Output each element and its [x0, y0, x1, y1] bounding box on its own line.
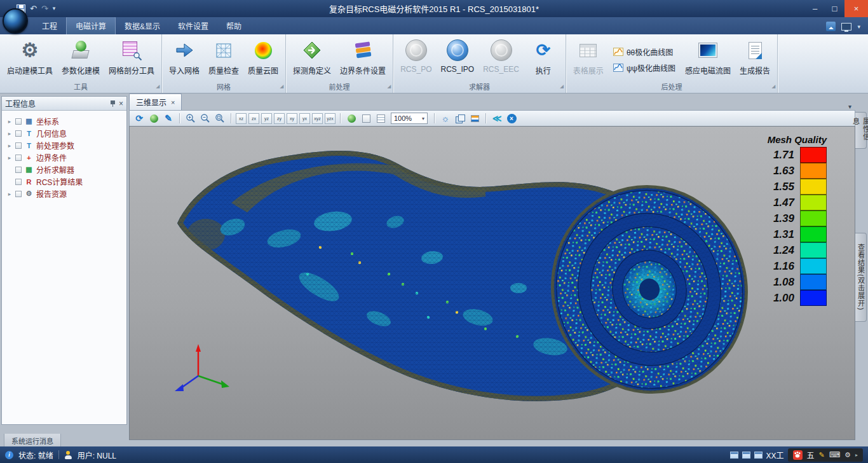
shaded-mode-icon[interactable]: [345, 112, 358, 125]
tab-data-display[interactable]: 数据&显示: [116, 17, 169, 34]
import-mesh-button[interactable]: 导入网格: [165, 36, 204, 83]
window-thumb-icon[interactable]: [730, 452, 738, 459]
table-display-button[interactable]: 表格展示: [569, 36, 608, 83]
tab-3d-display[interactable]: 三维显示 ×: [129, 93, 182, 110]
panel-close-icon[interactable]: ×: [119, 99, 123, 108]
rcs-ipo-button[interactable]: RCS_IPO: [436, 36, 478, 83]
tree-item-analysis-solver[interactable]: ▸ ▦ 分析求解器: [3, 163, 125, 176]
ime-mode-label[interactable]: 五: [807, 450, 815, 460]
palette-icon[interactable]: [468, 112, 481, 125]
display-icon[interactable]: [841, 23, 851, 31]
window-thumb-icon[interactable]: [742, 452, 750, 459]
quality-check-button[interactable]: 质量检查: [204, 36, 243, 83]
tree-item-coordinate-system[interactable]: ▸ ▦ 坐标系: [3, 115, 125, 127]
grid-mode-icon[interactable]: [374, 112, 387, 125]
ime-logo-icon[interactable]: [793, 450, 803, 460]
dialog-launcher-icon[interactable]: ◢: [280, 81, 283, 91]
tree-checkbox[interactable]: [15, 191, 22, 197]
tab-list-dropdown-icon[interactable]: ▾: [848, 103, 855, 110]
mesh-partition-tool-button[interactable]: 网格剖分工具: [104, 36, 159, 83]
app-logo[interactable]: [3, 8, 28, 34]
layers-icon[interactable]: [454, 112, 466, 125]
theta-polarization-curve-button[interactable]: θθ极化曲线图: [613, 46, 675, 57]
view-xz-button[interactable]: xz: [236, 113, 247, 124]
expander-icon[interactable]: ▸: [6, 191, 13, 197]
expander-icon[interactable]: ▸: [6, 130, 13, 137]
tree-checkbox[interactable]: [15, 155, 22, 161]
induced-current-map-button[interactable]: 感应电磁流图: [681, 36, 735, 83]
generate-report-button[interactable]: 生成报告: [735, 36, 775, 83]
view-iso2-button[interactable]: yzx: [325, 113, 336, 124]
tab-help[interactable]: 帮助: [217, 17, 250, 34]
project-tree: ▸ ▦ 坐标系 ▸ T 几何信息 ▸ T 前处理参数 ▸ + 边界条: [2, 111, 126, 204]
tab-project[interactable]: 工程: [33, 17, 66, 34]
side-tab-view-results[interactable]: 查看结果(双击展开): [855, 233, 867, 322]
tree-checkbox[interactable]: [15, 167, 22, 173]
detection-angle-button[interactable]: 探测角定义: [288, 36, 336, 83]
dialog-launcher-icon[interactable]: ◢: [156, 81, 159, 91]
psi-polarization-curve-button[interactable]: ψψ极化曲线图: [613, 62, 675, 73]
view-iso1-button[interactable]: xyz: [312, 113, 323, 124]
zoom-in-icon[interactable]: [184, 112, 197, 125]
launch-modeling-tool-button[interactable]: ⚙ 启动建模工具: [3, 36, 57, 83]
tree-item-geometry-info[interactable]: ▸ T 几何信息: [3, 127, 125, 139]
pen-icon[interactable]: ✎: [819, 451, 825, 459]
view-xy-button[interactable]: xy: [287, 113, 297, 124]
qat-dropdown-icon[interactable]: ▾: [53, 6, 56, 11]
expander-icon[interactable]: ▸: [6, 118, 13, 125]
minimize-button[interactable]: –: [805, 0, 825, 17]
view-yz-button[interactable]: yz: [261, 113, 272, 124]
close-button[interactable]: ×: [844, 0, 868, 17]
collapse-ribbon-icon[interactable]: [826, 22, 836, 31]
view-zx-button[interactable]: zx: [248, 113, 259, 124]
ribbon-group-postprocess: 表格展示 θθ极化曲线图 ψψ极化曲线图 感应电磁流图: [566, 34, 778, 93]
parametric-modeling-button[interactable]: 参数化建模: [57, 36, 104, 83]
wireframe-mode-icon[interactable]: [360, 112, 372, 125]
gear-icon[interactable]: ⚙: [844, 451, 851, 459]
window-thumb-icon[interactable]: [754, 452, 763, 459]
expander-icon[interactable]: ▸: [6, 155, 13, 161]
zoom-level-select[interactable]: 100% ▾: [391, 113, 428, 124]
maximize-button[interactable]: □: [825, 0, 844, 17]
tree-item-boundary-conditions[interactable]: ▸ + 边界条件: [3, 151, 125, 163]
tree-checkbox[interactable]: [15, 118, 22, 125]
dialog-launcher-icon[interactable]: ◢: [772, 81, 775, 91]
side-tab-property-info[interactable]: 属性信息: [855, 112, 867, 149]
dialog-launcher-icon[interactable]: ◢: [388, 81, 391, 91]
share-icon[interactable]: ≪: [491, 112, 503, 125]
pencil-icon[interactable]: ✎: [162, 112, 175, 125]
rcs-eec-button[interactable]: RCS_EEC: [478, 36, 524, 83]
zoom-out-icon[interactable]: [199, 112, 212, 125]
tree-checkbox[interactable]: [15, 179, 22, 185]
undo-icon[interactable]: ↶: [30, 4, 37, 13]
rcs-po-button[interactable]: RCS_PO: [396, 36, 436, 83]
tab-software-settings[interactable]: 软件设置: [169, 17, 217, 34]
pin-icon[interactable]: [110, 100, 116, 107]
tree-item-preprocess-params[interactable]: ▸ T 前处理参数: [3, 139, 125, 151]
quality-cloud-button[interactable]: 质量云图: [243, 36, 283, 83]
orbit-icon[interactable]: ⟳: [133, 112, 146, 125]
keyboard-icon[interactable]: ⌨: [829, 450, 840, 459]
zoom-window-icon[interactable]: [214, 112, 226, 125]
ime-expand-icon[interactable]: ▸: [855, 452, 858, 458]
tab-em-computation[interactable]: 电磁计算: [66, 17, 116, 34]
tree-checkbox[interactable]: [15, 142, 22, 149]
expander-icon[interactable]: ▸: [6, 142, 13, 149]
3d-viewport[interactable]: Mesh Quality 1.71 1.63 1.55 1.47 1.39 1.…: [129, 126, 855, 440]
legend-value: 1.71: [773, 149, 800, 162]
light-icon[interactable]: ☼: [439, 112, 452, 125]
tree-checkbox[interactable]: [15, 130, 22, 137]
menu-dropdown-icon[interactable]: ▾: [857, 24, 860, 30]
execute-button[interactable]: ⟳ 执行: [524, 36, 563, 83]
tree-item-rcs-results[interactable]: ▸ R RCS计算结果: [3, 176, 125, 188]
clear-view-icon[interactable]: ×: [505, 112, 518, 125]
view-zy-button[interactable]: zy: [274, 113, 285, 124]
view-yx-button[interactable]: yx: [299, 113, 310, 124]
redo-icon[interactable]: ↷: [41, 4, 48, 13]
window-title: 复杂目标RCS电磁分析软件2015 R1 - RCS_2015031801*: [0, 3, 868, 15]
tree-item-report-resources[interactable]: ▸ ⚙ 报告资源: [3, 188, 125, 200]
pan-sphere-icon[interactable]: [147, 112, 160, 125]
tab-close-icon[interactable]: ×: [171, 99, 175, 106]
boundary-condition-button[interactable]: 边界条件设置: [336, 36, 390, 83]
dialog-launcher-icon[interactable]: ◢: [560, 81, 563, 91]
